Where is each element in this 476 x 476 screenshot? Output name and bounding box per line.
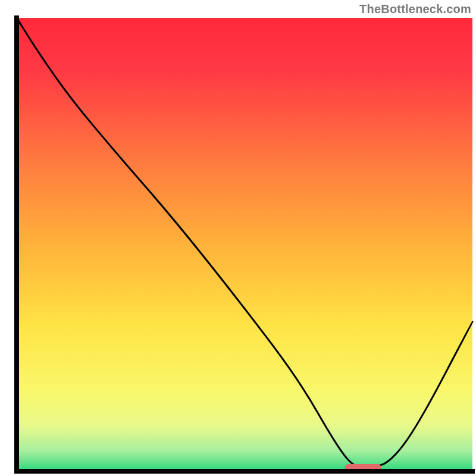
chart-background-gradient xyxy=(17,18,472,471)
chart-canvas xyxy=(0,0,476,476)
bottleneck-chart: TheBottleneck.com xyxy=(0,0,476,476)
watermark-text: TheBottleneck.com xyxy=(359,2,471,16)
